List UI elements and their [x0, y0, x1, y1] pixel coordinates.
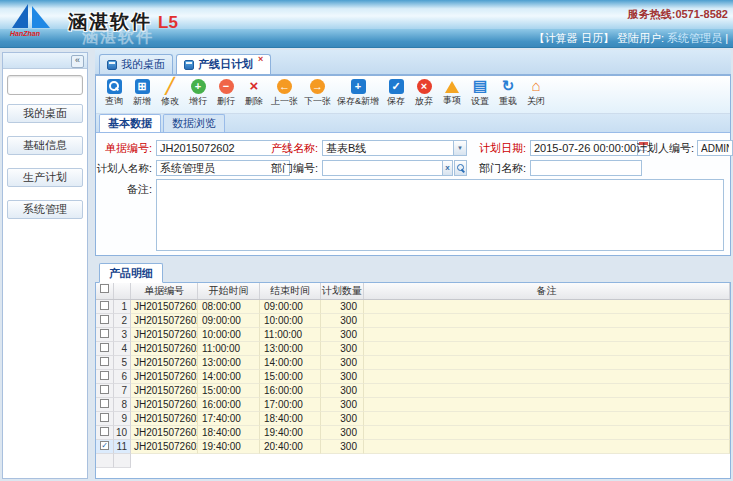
plan-date-label: 计划日期:: [401, 140, 526, 156]
table-row[interactable]: 5JH201507260213:00:0014:00:00300: [96, 356, 730, 370]
tab-data-browse[interactable]: 数据浏览: [163, 114, 225, 132]
row-checkbox[interactable]: [100, 399, 109, 408]
toolbar-button[interactable]: ↻重载: [494, 79, 522, 108]
table-row[interactable]: 8JH201507260216:00:0017:00:00300: [96, 398, 730, 412]
toolbar-button-label: 上一张: [271, 95, 298, 108]
row-number: 10: [114, 426, 131, 440]
col-remark[interactable]: 备注: [364, 283, 730, 299]
cell-plan-qty: 300: [321, 314, 364, 328]
toolbar-button[interactable]: ⊞新增: [128, 79, 156, 108]
cell-plan-qty: 300: [321, 398, 364, 412]
checkbox-cell: [96, 300, 114, 314]
dept-name-field[interactable]: [530, 160, 642, 176]
cell-end-time: 19:40:00: [260, 426, 321, 440]
sidebar: « 我的桌面基础信息生产计划系统管理: [2, 52, 88, 479]
cell-plan-qty: 300: [321, 356, 364, 370]
toolbar-button[interactable]: ⌂关闭: [522, 79, 550, 108]
sidebar-item[interactable]: 生产计划: [7, 168, 83, 187]
row-number: 9: [114, 412, 131, 426]
bracket-open: 【: [534, 32, 545, 44]
table-row[interactable]: 7JH201507260215:00:0016:00:00300: [96, 384, 730, 398]
dept-code-label: 部门编号:: [236, 160, 318, 176]
sidebar-item[interactable]: 系统管理: [7, 200, 83, 219]
cell-remark: [364, 426, 730, 440]
tab-product-detail[interactable]: 产品明细: [99, 263, 163, 283]
tab-basic-data[interactable]: 基本数据: [99, 114, 161, 132]
row-checkbox[interactable]: [100, 315, 109, 324]
table-row[interactable]: 4JH201507260211:00:0013:00:00300: [96, 342, 730, 356]
checkbox-cell: [96, 342, 114, 356]
grid-rows: 1JH201507260208:00:0009:00:003002JH20150…: [96, 300, 730, 454]
cell-plan-qty: 300: [321, 384, 364, 398]
toolbar-button[interactable]: ×放弃: [410, 79, 438, 108]
cell-plan-qty: 300: [321, 370, 364, 384]
select-all-checkbox[interactable]: [100, 284, 109, 293]
row-number: 11: [114, 440, 131, 454]
col-doc-no[interactable]: 单据编号: [131, 283, 198, 299]
toolbar-button-label: 修改: [161, 95, 179, 108]
toolbar-button-label: 保存&新增: [337, 95, 379, 108]
row-number: 2: [114, 314, 131, 328]
sidebar-collapse-button[interactable]: «: [71, 55, 84, 68]
table-row[interactable]: 9JH201507260217:40:0018:40:00300: [96, 412, 730, 426]
toolbar-button[interactable]: ▤设置: [466, 79, 494, 108]
row-checkbox[interactable]: [100, 357, 109, 366]
select-all-cell: [96, 283, 114, 299]
sidebar-item[interactable]: 我的桌面: [7, 104, 83, 123]
table-row[interactable]: 10JH201507260218:40:0019:40:00300: [96, 426, 730, 440]
cell-end-time: 14:00:00: [260, 356, 321, 370]
toolbar-button[interactable]: →下一张: [301, 79, 334, 108]
checkbox-cell: [96, 412, 114, 426]
table-row[interactable]: 6JH201507260214:00:0015:00:00300: [96, 370, 730, 384]
col-start-time[interactable]: 开始时间: [198, 283, 260, 299]
main-panel: 查询⊞新增╱修改+增行−删行×删除←上一张→下一张+保存&新增✓保存×放弃事项▤…: [95, 75, 731, 256]
service-hotline: 服务热线:0571-8582: [628, 7, 728, 22]
table-row[interactable]: ✓11JH201507260219:40:0020:40:00300: [96, 440, 730, 454]
row-checkbox[interactable]: [100, 371, 109, 380]
sidebar-header: «: [3, 53, 87, 69]
cell-end-time: 18:40:00: [260, 412, 321, 426]
row-checkbox[interactable]: [100, 329, 109, 338]
toolbar-button[interactable]: 查询: [100, 79, 128, 108]
toolbar-button[interactable]: +增行: [184, 79, 212, 108]
reload-icon: ↻: [501, 79, 516, 94]
row-checkbox[interactable]: [100, 385, 109, 394]
tab-label: 我的桌面: [121, 57, 165, 72]
sidebar-item[interactable]: 基础信息: [7, 136, 83, 155]
document-tab[interactable]: 产线日计划×: [176, 54, 271, 74]
cell-start-time: 17:40:00: [198, 412, 260, 426]
planner-code-field[interactable]: [697, 140, 733, 156]
toolbar-button[interactable]: ✓保存: [382, 79, 410, 108]
brand-version: L5: [158, 13, 178, 32]
row-checkbox[interactable]: [100, 413, 109, 422]
row-number: 7: [114, 384, 131, 398]
sidebar-quick-box[interactable]: [7, 75, 83, 95]
cell-doc-no: JH2015072602: [131, 426, 198, 440]
row-checkbox[interactable]: ✓: [100, 441, 109, 450]
row-checkbox[interactable]: [100, 301, 109, 310]
document-tab[interactable]: 我的桌面: [99, 54, 173, 74]
checkbox-cell: [96, 314, 114, 328]
planner-code-label: 计划人编号:: [616, 140, 694, 156]
calendar-link[interactable]: 日历: [581, 32, 603, 44]
toolbar-button[interactable]: ×删除: [240, 79, 268, 108]
col-end-time[interactable]: 结束时间: [260, 283, 321, 299]
row-checkbox[interactable]: [100, 427, 109, 436]
toolbar-button[interactable]: 事项: [438, 79, 466, 107]
toolbar-button[interactable]: +保存&新增: [334, 79, 382, 108]
checkbox-cell: [96, 398, 114, 412]
table-row[interactable]: 1JH201507260208:00:0009:00:00300: [96, 300, 730, 314]
toolbar-button[interactable]: −删行: [212, 79, 240, 108]
cell-remark: [364, 300, 730, 314]
cell-remark: [364, 398, 730, 412]
table-row[interactable]: 2JH201507260209:00:0010:00:00300: [96, 314, 730, 328]
tab-close-icon[interactable]: ×: [258, 55, 263, 64]
toolbar-button[interactable]: ←上一张: [268, 79, 301, 108]
col-plan-qty[interactable]: 计划数量: [321, 283, 364, 299]
calculator-link[interactable]: 计算器: [545, 32, 578, 44]
table-row[interactable]: 3JH201507260210:00:0011:00:00300: [96, 328, 730, 342]
row-checkbox[interactable]: [100, 343, 109, 352]
cell-plan-qty: 300: [321, 412, 364, 426]
toolbar-button[interactable]: ╱修改: [156, 79, 184, 108]
remark-field[interactable]: [156, 179, 724, 251]
